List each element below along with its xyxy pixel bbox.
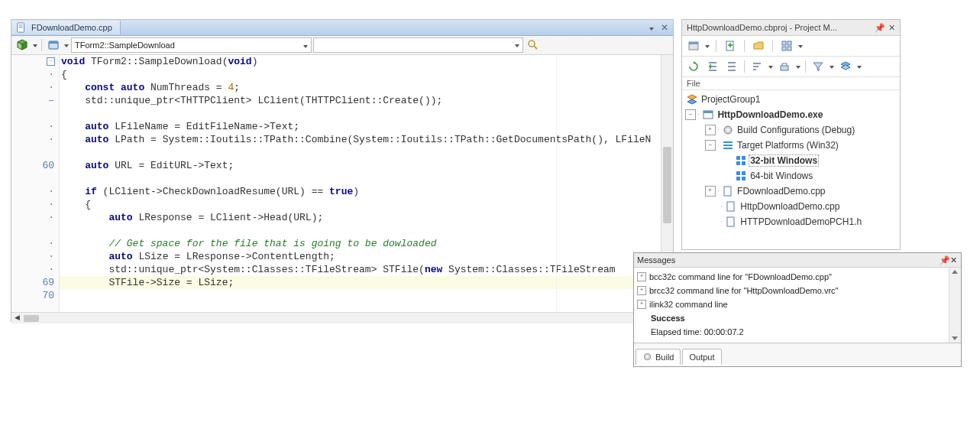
navigate-unit-icon[interactable] (14, 37, 31, 53)
folder-button[interactable] (750, 38, 767, 54)
close-icon[interactable]: ✕ (888, 23, 895, 33)
tree-node-win64[interactable]: 64-bit Windows (685, 168, 897, 184)
editor-panel: FDownloadDemo.cpp ✕ TForm2::SampleDownlo… (11, 19, 674, 322)
project-column-header[interactable]: File (682, 77, 900, 90)
expand-icon[interactable]: + (637, 286, 646, 295)
svg-rect-23 (736, 171, 740, 175)
cpp-file-icon (725, 200, 737, 213)
pin-icon[interactable]: 📌 (940, 255, 949, 265)
layers-button[interactable] (837, 59, 854, 74)
collapse-icon[interactable]: – (705, 140, 716, 151)
build-button[interactable] (776, 59, 793, 74)
message-line[interactable]: + ilink32 command line (637, 297, 946, 311)
svg-rect-29 (727, 217, 734, 226)
tab-label: Build (655, 353, 674, 362)
chevron-down-icon (515, 41, 519, 49)
windows-icon (735, 170, 747, 182)
svg-point-31 (646, 356, 648, 358)
svg-rect-25 (736, 177, 740, 180)
editor-toolbar: TForm2::SampleDownload (11, 36, 673, 55)
filter-dropdown[interactable] (829, 60, 835, 73)
expand-all-button[interactable] (704, 59, 721, 74)
tree-node-targetplatforms[interactable]: – · Target Platforms (Win32) (685, 138, 897, 153)
function-combobox-value: TForm2::SampleDownload (75, 41, 175, 50)
tree-node-buildconfig[interactable]: + · Build Configurations (Debug) (685, 122, 897, 138)
svg-rect-19 (736, 156, 740, 160)
svg-rect-27 (724, 187, 731, 196)
svg-rect-13 (788, 47, 791, 50)
message-line[interactable]: Success (637, 311, 946, 325)
editor-tab-active[interactable]: FDownloadDemo.cpp (11, 21, 121, 34)
project-manager-title: HttpDownloadDemo.cbproj - Project M... (687, 23, 872, 32)
line-number: 60 (42, 159, 54, 172)
message-line[interactable]: + bcc32c command line for "FDownloadDemo… (637, 270, 946, 284)
tab-close-icon[interactable]: ✕ (659, 22, 670, 33)
svg-point-18 (726, 128, 729, 132)
scroll-left-icon[interactable]: ◀ (11, 314, 22, 323)
search-icon[interactable] (525, 39, 542, 51)
messages-list[interactable]: + bcc32c command line for "FDownloadDemo… (634, 268, 949, 343)
svg-rect-28 (727, 202, 734, 211)
collapse-icon[interactable]: – (685, 109, 696, 120)
fold-icon[interactable]: – (47, 57, 55, 66)
scrollbar-thumb[interactable] (663, 147, 671, 223)
build-dropdown[interactable] (795, 60, 801, 73)
activate-dropdown[interactable] (704, 39, 710, 53)
svg-rect-14 (781, 66, 788, 70)
tree-node-file[interactable]: · HTTPDownloadDemoPCH1.h (685, 214, 897, 229)
class-dropdown[interactable] (63, 38, 70, 52)
tree-node-file[interactable]: · HttpDownloadDemo.cpp (685, 199, 897, 214)
filter-button[interactable] (810, 59, 826, 74)
message-line[interactable]: + brcc32 command line for "HttpDownloadD… (637, 284, 946, 297)
views-button[interactable] (778, 38, 795, 54)
code-text[interactable]: void TForm2::SampleDownload(void) { cons… (60, 55, 661, 312)
project-manager-header: HttpDownloadDemo.cbproj - Project M... 📌… (682, 20, 900, 36)
sort-button[interactable] (749, 59, 765, 74)
scrollbar-thumb[interactable] (24, 315, 39, 322)
code-editor[interactable]: – · · – · · 60 · · · · · · 69 70 (11, 55, 673, 312)
svg-rect-12 (782, 47, 786, 50)
expand-icon[interactable]: + (705, 186, 716, 197)
activate-button[interactable] (685, 38, 702, 54)
layers-dropdown[interactable] (856, 60, 862, 73)
tree-node-file[interactable]: + · FDownloadDemo.cpp (685, 184, 897, 199)
tab-build[interactable]: Build (636, 349, 681, 365)
vertical-scrollbar[interactable] (949, 268, 961, 343)
views-dropdown[interactable] (797, 39, 804, 53)
platforms-icon (722, 139, 734, 151)
navigate-unit-dropdown[interactable] (32, 38, 38, 52)
project-group-icon (686, 93, 698, 106)
line-number: 69 (42, 276, 54, 289)
svg-rect-2 (19, 27, 23, 28)
svg-rect-20 (742, 156, 746, 160)
sort-dropdown[interactable] (768, 60, 774, 73)
cpp-file-icon (16, 22, 27, 33)
add-file-button[interactable] (722, 38, 739, 54)
collapse-all-button[interactable] (723, 59, 740, 74)
expand-icon[interactable]: + (637, 272, 646, 281)
svg-rect-1 (19, 25, 23, 26)
tree-node-win32[interactable]: 32-bit Windows (685, 153, 897, 168)
close-icon[interactable]: ✕ (949, 255, 958, 265)
chevron-down-icon (303, 41, 308, 50)
message-line[interactable]: Elapsed time: 00:00:07.2 (637, 325, 946, 339)
pin-icon[interactable]: 📌 (875, 23, 885, 33)
svg-rect-10 (782, 41, 786, 45)
tree-node-projectgroup[interactable]: ProjectGroup1 (685, 92, 897, 107)
scope-combobox[interactable] (313, 37, 523, 53)
function-combobox[interactable]: TForm2::SampleDownload (71, 37, 312, 53)
expand-icon[interactable]: + (705, 125, 716, 135)
horizontal-scrollbar[interactable]: ◀ (11, 312, 673, 323)
svg-rect-24 (742, 171, 746, 175)
svg-rect-4 (49, 41, 58, 44)
expand-icon[interactable]: + (637, 300, 646, 309)
project-tree[interactable]: ProjectGroup1 – · HttpDownloadDemo.exe +… (682, 90, 900, 231)
svg-rect-11 (788, 41, 791, 45)
tree-node-exe[interactable]: – · HttpDownloadDemo.exe (685, 107, 897, 122)
tab-output[interactable]: Output (682, 349, 721, 365)
editor-tab-label: FDownloadDemo.cpp (31, 23, 112, 32)
class-icon[interactable] (45, 37, 62, 53)
svg-rect-21 (736, 161, 740, 165)
refresh-button[interactable] (685, 59, 702, 74)
tab-dropdown-icon[interactable] (646, 22, 657, 33)
